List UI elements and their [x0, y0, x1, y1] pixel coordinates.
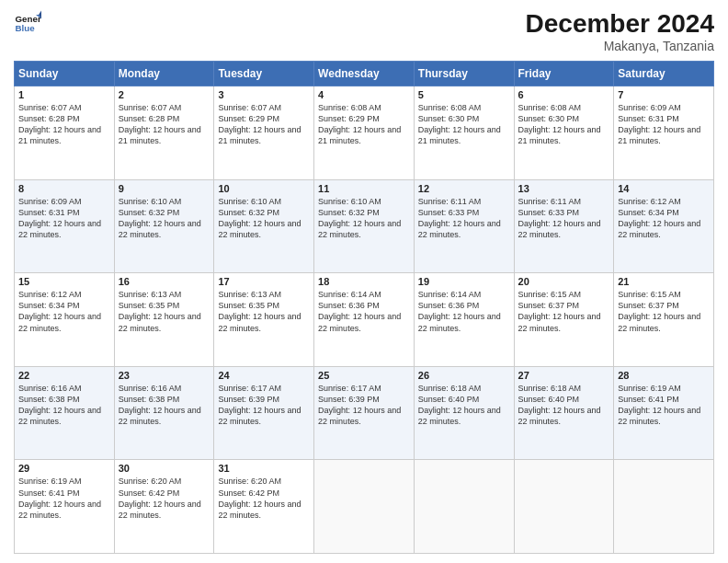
day-number: 7 — [618, 89, 710, 100]
day-number: 29 — [18, 463, 110, 474]
calendar-cell — [614, 460, 714, 554]
calendar-cell — [414, 460, 514, 554]
calendar-week-row: 8 Sunrise: 6:09 AMSunset: 6:31 PMDayligh… — [15, 179, 714, 273]
day-number: 5 — [418, 89, 510, 100]
page-container: General Blue December 2024 Makanya, Tanz… — [0, 0, 728, 563]
cell-info: Sunrise: 6:13 AMSunset: 6:35 PMDaylight:… — [218, 290, 301, 332]
day-number: 20 — [518, 276, 610, 287]
day-number: 31 — [218, 463, 310, 474]
day-number: 28 — [618, 370, 710, 381]
cell-info: Sunrise: 6:14 AMSunset: 6:36 PMDaylight:… — [318, 290, 401, 332]
cell-info: Sunrise: 6:14 AMSunset: 6:36 PMDaylight:… — [418, 290, 501, 332]
calendar-cell: 7 Sunrise: 6:09 AMSunset: 6:31 PMDayligh… — [614, 86, 714, 180]
calendar-cell: 29 Sunrise: 6:19 AMSunset: 6:41 PMDaylig… — [15, 460, 115, 554]
calendar-cell: 25 Sunrise: 6:17 AMSunset: 6:39 PMDaylig… — [314, 366, 415, 460]
day-number: 9 — [119, 183, 210, 194]
cell-info: Sunrise: 6:08 AMSunset: 6:29 PMDaylight:… — [318, 103, 401, 145]
day-number: 30 — [119, 463, 210, 474]
day-number: 24 — [218, 370, 310, 381]
day-number: 15 — [18, 276, 110, 287]
calendar-cell: 5 Sunrise: 6:08 AMSunset: 6:30 PMDayligh… — [414, 86, 514, 180]
cell-info: Sunrise: 6:09 AMSunset: 6:31 PMDaylight:… — [618, 103, 700, 145]
calendar-cell: 18 Sunrise: 6:14 AMSunset: 6:36 PMDaylig… — [314, 273, 415, 367]
calendar-cell: 14 Sunrise: 6:12 AMSunset: 6:34 PMDaylig… — [614, 179, 714, 273]
cell-info: Sunrise: 6:19 AMSunset: 6:41 PMDaylight:… — [18, 477, 101, 519]
main-title: December 2024 — [526, 9, 714, 39]
calendar-cell: 20 Sunrise: 6:15 AMSunset: 6:37 PMDaylig… — [514, 273, 614, 367]
logo: General Blue — [14, 9, 41, 37]
calendar-cell: 15 Sunrise: 6:12 AMSunset: 6:34 PMDaylig… — [15, 273, 115, 367]
calendar-cell: 8 Sunrise: 6:09 AMSunset: 6:31 PMDayligh… — [15, 179, 115, 273]
cell-info: Sunrise: 6:10 AMSunset: 6:32 PMDaylight:… — [218, 197, 301, 239]
calendar-day-header: Thursday — [414, 62, 514, 86]
calendar-day-header: Monday — [114, 62, 214, 86]
cell-info: Sunrise: 6:20 AMSunset: 6:42 PMDaylight:… — [218, 477, 301, 519]
calendar-week-row: 1 Sunrise: 6:07 AMSunset: 6:28 PMDayligh… — [15, 86, 714, 180]
day-number: 14 — [618, 183, 710, 194]
cell-info: Sunrise: 6:08 AMSunset: 6:30 PMDaylight:… — [518, 103, 601, 145]
calendar-day-header: Friday — [514, 62, 614, 86]
day-number: 27 — [518, 370, 610, 381]
calendar-week-row: 15 Sunrise: 6:12 AMSunset: 6:34 PMDaylig… — [15, 273, 714, 367]
calendar-cell: 16 Sunrise: 6:13 AMSunset: 6:35 PMDaylig… — [114, 273, 214, 367]
day-number: 18 — [318, 276, 410, 287]
cell-info: Sunrise: 6:15 AMSunset: 6:37 PMDaylight:… — [518, 290, 601, 332]
day-number: 3 — [218, 89, 310, 100]
calendar-cell — [514, 460, 614, 554]
cell-info: Sunrise: 6:12 AMSunset: 6:34 PMDaylight:… — [618, 197, 700, 239]
cell-info: Sunrise: 6:15 AMSunset: 6:37 PMDaylight:… — [618, 290, 700, 332]
cell-info: Sunrise: 6:11 AMSunset: 6:33 PMDaylight:… — [418, 197, 501, 239]
cell-info: Sunrise: 6:11 AMSunset: 6:33 PMDaylight:… — [518, 197, 601, 239]
day-number: 22 — [18, 370, 110, 381]
day-number: 8 — [18, 183, 110, 194]
cell-info: Sunrise: 6:16 AMSunset: 6:38 PMDaylight:… — [119, 384, 201, 426]
cell-info: Sunrise: 6:16 AMSunset: 6:38 PMDaylight:… — [18, 384, 101, 426]
subtitle: Makanya, Tanzania — [526, 39, 714, 53]
calendar-cell: 31 Sunrise: 6:20 AMSunset: 6:42 PMDaylig… — [214, 460, 314, 554]
day-number: 26 — [418, 370, 510, 381]
day-number: 2 — [119, 89, 210, 100]
cell-info: Sunrise: 6:08 AMSunset: 6:30 PMDaylight:… — [418, 103, 501, 145]
day-number: 19 — [418, 276, 510, 287]
calendar-cell: 6 Sunrise: 6:08 AMSunset: 6:30 PMDayligh… — [514, 86, 614, 180]
calendar-cell: 11 Sunrise: 6:10 AMSunset: 6:32 PMDaylig… — [314, 179, 415, 273]
calendar-header-row: SundayMondayTuesdayWednesdayThursdayFrid… — [15, 62, 714, 86]
calendar-table: SundayMondayTuesdayWednesdayThursdayFrid… — [14, 61, 714, 554]
calendar-day-header: Wednesday — [314, 62, 415, 86]
svg-text:Blue: Blue — [16, 23, 36, 33]
calendar-cell: 23 Sunrise: 6:16 AMSunset: 6:38 PMDaylig… — [114, 366, 214, 460]
calendar-day-header: Sunday — [15, 62, 115, 86]
day-number: 4 — [318, 89, 410, 100]
cell-info: Sunrise: 6:20 AMSunset: 6:42 PMDaylight:… — [119, 477, 201, 519]
day-number: 17 — [218, 276, 310, 287]
calendar-week-row: 22 Sunrise: 6:16 AMSunset: 6:38 PMDaylig… — [15, 366, 714, 460]
cell-info: Sunrise: 6:07 AMSunset: 6:28 PMDaylight:… — [18, 103, 101, 145]
calendar-cell: 27 Sunrise: 6:18 AMSunset: 6:40 PMDaylig… — [514, 366, 614, 460]
calendar-cell: 21 Sunrise: 6:15 AMSunset: 6:37 PMDaylig… — [614, 273, 714, 367]
calendar-cell: 2 Sunrise: 6:07 AMSunset: 6:28 PMDayligh… — [114, 86, 214, 180]
calendar-day-header: Tuesday — [214, 62, 314, 86]
calendar-cell: 13 Sunrise: 6:11 AMSunset: 6:33 PMDaylig… — [514, 179, 614, 273]
day-number: 1 — [18, 89, 110, 100]
calendar-cell: 3 Sunrise: 6:07 AMSunset: 6:29 PMDayligh… — [214, 86, 314, 180]
day-number: 12 — [418, 183, 510, 194]
day-number: 6 — [518, 89, 610, 100]
header: General Blue December 2024 Makanya, Tanz… — [14, 9, 714, 53]
calendar-cell: 4 Sunrise: 6:08 AMSunset: 6:29 PMDayligh… — [314, 86, 415, 180]
day-number: 11 — [318, 183, 410, 194]
cell-info: Sunrise: 6:07 AMSunset: 6:29 PMDaylight:… — [218, 103, 301, 145]
cell-info: Sunrise: 6:18 AMSunset: 6:40 PMDaylight:… — [518, 384, 601, 426]
cell-info: Sunrise: 6:18 AMSunset: 6:40 PMDaylight:… — [418, 384, 501, 426]
calendar-cell: 19 Sunrise: 6:14 AMSunset: 6:36 PMDaylig… — [414, 273, 514, 367]
day-number: 13 — [518, 183, 610, 194]
day-number: 16 — [119, 276, 210, 287]
calendar-cell: 9 Sunrise: 6:10 AMSunset: 6:32 PMDayligh… — [114, 179, 214, 273]
calendar-cell: 1 Sunrise: 6:07 AMSunset: 6:28 PMDayligh… — [15, 86, 115, 180]
cell-info: Sunrise: 6:17 AMSunset: 6:39 PMDaylight:… — [318, 384, 401, 426]
cell-info: Sunrise: 6:19 AMSunset: 6:41 PMDaylight:… — [618, 384, 700, 426]
day-number: 23 — [119, 370, 210, 381]
calendar-cell: 26 Sunrise: 6:18 AMSunset: 6:40 PMDaylig… — [414, 366, 514, 460]
calendar-cell: 28 Sunrise: 6:19 AMSunset: 6:41 PMDaylig… — [614, 366, 714, 460]
calendar-cell: 24 Sunrise: 6:17 AMSunset: 6:39 PMDaylig… — [214, 366, 314, 460]
cell-info: Sunrise: 6:10 AMSunset: 6:32 PMDaylight:… — [119, 197, 201, 239]
